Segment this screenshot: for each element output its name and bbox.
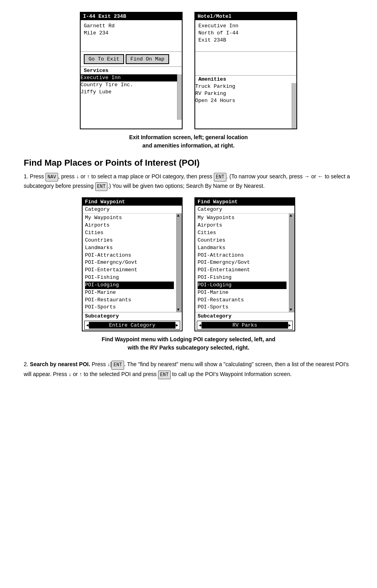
services-list-container: Executive Inn Country Tire Inc. Jiffy Lu…	[81, 74, 182, 120]
hotel-info-window-right: Hotel/Motel Executive Inn North of I-44 …	[194, 12, 297, 129]
fw-left-subcat-right-arrow[interactable]: ►	[175, 323, 178, 328]
fw-right-item-3[interactable]: Countries	[198, 237, 287, 244]
service-item-jiffy-lube[interactable]: Jiffy Lube	[81, 89, 177, 96]
fw-right-item-7[interactable]: POI-Entertainment	[198, 267, 287, 274]
services-list: Executive Inn Country Tire Inc. Jiffy Lu…	[81, 74, 177, 120]
nav-button-kbd: NAV	[45, 173, 58, 182]
hotel-content-line1: Executive Inn	[198, 23, 293, 30]
middle-caption-line2: with the RV Parks subcategory selected, …	[24, 344, 353, 352]
fw-right-scrollbar[interactable]	[289, 214, 294, 312]
body-text-1: 1. Press NAV, press ↓ or ↑ to select a m…	[24, 172, 353, 191]
fw-left-list: My Waypoints Airports Cities Countries L…	[83, 214, 176, 312]
fw-left-subcat-selector[interactable]: ◄ Entire Category ►	[84, 321, 180, 330]
body-text-1-part1: 1. Press	[24, 173, 45, 180]
amenity-open-24h[interactable]: Open 24 Hours	[195, 97, 292, 104]
fw-left-subcat-value: Entire Category	[89, 322, 176, 329]
fw-left-cat-label: Category	[83, 206, 182, 214]
fw-left-item-8[interactable]: POI-Fishing	[85, 274, 174, 282]
enter-kbd: ENT	[214, 173, 226, 182]
find-waypoint-right: Find Waypoint Category My Waypoints Airp…	[194, 197, 295, 331]
exit-info-window-left: I-44 Exit 234B Garnett Rd Mile 234 Go To…	[80, 12, 183, 129]
fw-right-item-0[interactable]: My Waypoints	[198, 214, 287, 222]
fw-right-subcat-left-arrow[interactable]: ◄	[199, 323, 202, 328]
body-text-1-part4: .) You will be given two options; Search…	[107, 183, 265, 189]
ent-kbd-3: ENT	[111, 361, 124, 369]
fw-right-item-11[interactable]: POI-Restaurants	[198, 297, 287, 304]
fw-left-item-7[interactable]: POI-Entertainment	[85, 267, 174, 274]
amenities-scrollbar[interactable]	[292, 83, 296, 129]
exit-content-area: Garnett Rd Mile 234	[81, 20, 182, 52]
find-on-map-button[interactable]: Find On Map	[126, 54, 169, 64]
body-text-2-step: 2.	[24, 361, 30, 367]
fw-left-item-2[interactable]: Cities	[85, 229, 174, 237]
hotel-content-line2: North of I-44	[198, 30, 293, 37]
fw-right-title: Find Waypoint	[195, 198, 294, 206]
amenities-section-title: Amenities	[195, 76, 296, 83]
top-caption-line1: Exit Information screen, left; general l…	[24, 133, 353, 142]
exit-button-row: Go To Exit Find On Map	[81, 52, 182, 67]
body-text-2: 2. Search by nearest POI. Press ↓|ENT. T…	[24, 360, 353, 379]
middle-caption: Find Waypoint menu with Lodging POI cate…	[24, 335, 353, 352]
ent-kbd-4: ENT	[158, 371, 171, 379]
fw-left-subcat-left-arrow[interactable]: ◄	[86, 323, 89, 328]
exit-content-line2: Mile 234	[84, 30, 179, 37]
fw-left-item-6[interactable]: POI-Emergncy/Govt	[85, 259, 174, 267]
service-item-country-tire[interactable]: Country Tire Inc.	[81, 81, 177, 89]
hotel-title-bar: Hotel/Motel	[195, 13, 296, 20]
fw-left-item-3[interactable]: Countries	[85, 237, 174, 244]
section-heading-poi: Find Map Places or Points of Interest (P…	[24, 158, 353, 168]
fw-right-subcat-right-arrow[interactable]: ►	[288, 323, 291, 328]
fw-right-item-5[interactable]: POI-Attractions	[198, 252, 287, 259]
amenities-list-container: Truck Parking RV Parking Open 24 Hours	[195, 83, 296, 129]
hotel-content-area: Executive Inn North of I-44 Exit 234B	[195, 20, 296, 52]
fw-left-item-5[interactable]: POI-Attractions	[85, 252, 174, 259]
fw-left-item-10[interactable]: POI-Marine	[85, 289, 174, 297]
fw-right-cat-label: Category	[195, 206, 294, 214]
fw-right-list-area: My Waypoints Airports Cities Countries L…	[195, 214, 294, 312]
fw-left-item-11[interactable]: POI-Restaurants	[85, 297, 174, 304]
fw-left-item-1[interactable]: Airports	[85, 222, 174, 229]
exit-title-bar: I-44 Exit 234B	[81, 13, 182, 20]
go-to-exit-button[interactable]: Go To Exit	[84, 54, 124, 64]
body-text-2-part4: to call up the POI's Waypoint Informatio…	[171, 371, 292, 377]
fw-right-subcat-label: Subcategory	[195, 312, 294, 320]
amenities-list: Truck Parking RV Parking Open 24 Hours	[195, 83, 292, 129]
hotel-content-line3: Exit 234B	[198, 37, 293, 44]
fw-right-item-9[interactable]: POI-Lodging	[198, 282, 287, 289]
fw-right-item-12[interactable]: POI-Sports	[198, 304, 287, 311]
fw-right-subcat-selector[interactable]: ◄ RV Parks ►	[197, 321, 293, 330]
exit-content-line1: Garnett Rd	[84, 23, 179, 30]
fw-left-item-9[interactable]: POI-Lodging	[85, 282, 174, 289]
find-waypoint-left: Find Waypoint Category My Waypoints Airp…	[82, 197, 183, 331]
fw-right-list: My Waypoints Airports Cities Countries L…	[195, 214, 289, 312]
enter-kbd-2: ENT	[95, 182, 108, 191]
body-text-2-bold: Search by nearest POI.	[30, 361, 90, 367]
amenity-rv-parking[interactable]: RV Parking	[195, 90, 292, 97]
body-text-2-part2: Press ↓|	[90, 361, 111, 367]
top-caption-line2: and amenities information, at right.	[24, 142, 353, 150]
fw-left-item-12[interactable]: POI-Sports	[85, 304, 174, 311]
services-section-title: Services	[81, 67, 182, 74]
fw-right-subcat-value: RV Parks	[202, 322, 288, 329]
fw-right-item-2[interactable]: Cities	[198, 229, 287, 237]
top-caption: Exit Information screen, left; general l…	[24, 133, 353, 150]
fw-left-scrollbar[interactable]	[176, 214, 182, 312]
fw-right-item-10[interactable]: POI-Marine	[198, 289, 287, 297]
fw-left-title: Find Waypoint	[83, 198, 182, 206]
service-item-executive-inn[interactable]: Executive Inn	[81, 74, 177, 81]
top-panel: I-44 Exit 234B Garnett Rd Mile 234 Go To…	[24, 12, 353, 129]
fw-left-subcat-label: Subcategory	[83, 312, 182, 320]
fw-left-list-area: My Waypoints Airports Cities Countries L…	[83, 214, 182, 312]
fw-right-item-8[interactable]: POI-Fishing	[198, 274, 287, 282]
fw-left-item-4[interactable]: Landmarks	[85, 244, 174, 252]
fw-right-item-4[interactable]: Landmarks	[198, 244, 287, 252]
fw-left-item-0[interactable]: My Waypoints	[85, 214, 174, 222]
body-text-1-part2: , press ↓ or ↑ to select a map place or …	[58, 173, 214, 180]
amenity-truck-parking[interactable]: Truck Parking	[195, 83, 292, 90]
middle-caption-line1: Find Waypoint menu with Lodging POI cate…	[24, 335, 353, 344]
services-scrollbar[interactable]	[177, 74, 182, 120]
fw-right-item-6[interactable]: POI-Emergncy/Govt	[198, 259, 287, 267]
middle-panel: Find Waypoint Category My Waypoints Airp…	[24, 197, 353, 331]
fw-right-item-1[interactable]: Airports	[198, 222, 287, 229]
